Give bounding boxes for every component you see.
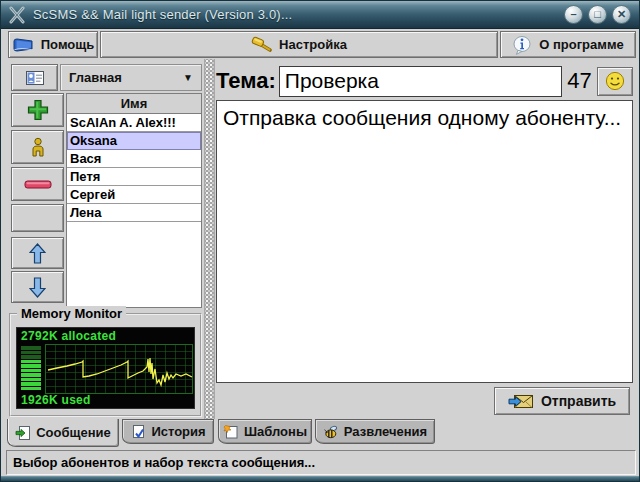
page-blue-check-icon (130, 424, 146, 440)
blue-arrow-down-icon (29, 277, 46, 298)
contact-list-header: Имя (67, 94, 201, 114)
memory-monitor-panel: 2792K allocated 1926K used (16, 327, 195, 409)
blue-arrow-up-icon (29, 243, 46, 264)
window-controls: – □ ✕ (564, 5, 631, 24)
list-item[interactable]: Петя (67, 168, 201, 186)
tab-bar: Сообщение История Шаблоны (1, 419, 640, 450)
tab-templates-label: Шаблоны (244, 424, 307, 439)
send-button[interactable]: Отправить (494, 387, 630, 415)
help-button[interactable]: Помощь (8, 31, 98, 58)
subject-label: Тема: (216, 68, 276, 94)
app-window: ScSMS && Mail light sender (Version 3.0)… (0, 0, 640, 482)
tab-message-label: Сообщение (36, 425, 111, 440)
message-body-input[interactable]: Отправка сообщения одному абоненту... (216, 100, 633, 383)
contact-card-icon (26, 71, 44, 85)
char-counter: 47 (565, 68, 594, 94)
group-selector-value: Главная (69, 70, 122, 85)
window-title: ScSMS && Mail light sender (Version 3.0)… (33, 1, 292, 29)
subject-row: Тема: 47 (216, 63, 633, 99)
minimize-button[interactable]: – (564, 5, 583, 24)
smiley-button[interactable] (597, 67, 633, 96)
send-button-label: Отправить (541, 393, 616, 409)
close-button[interactable]: ✕ (612, 5, 631, 24)
red-minus-icon (24, 180, 52, 189)
window-frame-bottom (1, 476, 640, 482)
maximize-button[interactable]: □ (588, 5, 607, 24)
send-bar: Отправить (216, 383, 633, 419)
gold-person-icon (29, 137, 47, 157)
move-up-button[interactable] (11, 237, 64, 269)
tab-fun-label: Развлечения (344, 424, 427, 439)
tab-templates[interactable]: Шаблоны (218, 419, 312, 444)
about-button-label: О программе (539, 37, 624, 52)
memory-monitor-title: Memory Monitor (17, 306, 126, 321)
list-item[interactable]: Сергей (67, 186, 201, 204)
tab-history[interactable]: История (122, 419, 214, 444)
settings-button[interactable]: Настройка (100, 31, 498, 58)
memory-gauge (21, 346, 41, 390)
settings-button-label: Настройка (279, 37, 347, 52)
green-plus-icon (26, 98, 50, 122)
envelope-arrow-icon (508, 393, 534, 410)
memory-monitor-group: Memory Monitor 2792K allocated 1926K use… (9, 313, 202, 417)
empty-button (11, 204, 64, 232)
memory-used-label: 1926K used (21, 393, 91, 407)
about-button[interactable]: О программе (500, 31, 636, 58)
chevron-down-icon: ▼ (183, 72, 193, 83)
list-item[interactable]: Лена (67, 204, 201, 222)
tab-message[interactable]: Сообщение (7, 419, 119, 447)
list-item[interactable]: Вася (67, 150, 201, 168)
list-item[interactable]: ScAlAn A. Alex!!! (67, 114, 201, 132)
add-contact-button[interactable] (11, 93, 64, 127)
splitter-handle[interactable] (204, 59, 215, 419)
info-bubble-icon (512, 35, 532, 55)
page-green-arrow-icon (15, 425, 31, 441)
subject-input[interactable] (279, 66, 562, 97)
status-bar: Выбор абонентов и набор текста сообщения… (6, 450, 636, 475)
memory-graph (45, 344, 193, 394)
group-selector-combobox[interactable]: Главная ▼ (60, 64, 202, 91)
titlebar[interactable]: ScSMS && Mail light sender (Version 3.0)… (1, 1, 639, 29)
move-down-button[interactable] (11, 271, 64, 303)
app-icon (8, 6, 26, 24)
bee-icon (323, 424, 339, 440)
edit-contact-button[interactable] (11, 130, 64, 164)
remove-contact-button[interactable] (11, 167, 64, 201)
help-button-label: Помощь (41, 37, 94, 52)
blue-book-icon (12, 37, 34, 53)
contact-list: Имя ScAlAn A. Alex!!! Oksana Вася Петя С… (66, 93, 202, 308)
smiley-face-icon (605, 71, 625, 91)
group-button[interactable] (11, 64, 58, 91)
list-item-selected[interactable]: Oksana (67, 132, 201, 150)
memory-allocated-label: 2792K allocated (21, 329, 116, 343)
tab-history-label: История (151, 424, 205, 439)
gold-gavel-icon (251, 36, 272, 54)
toolbar: Помощь Настройка (6, 30, 636, 59)
page-orange-corner-icon (223, 424, 239, 440)
tab-fun[interactable]: Развлечения (315, 419, 435, 444)
